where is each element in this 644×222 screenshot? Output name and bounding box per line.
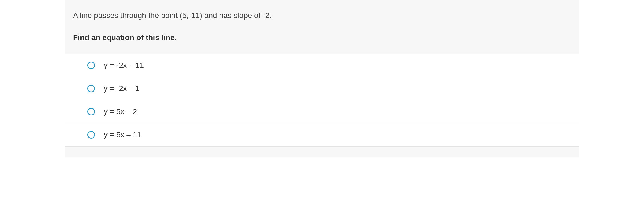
radio-icon[interactable] — [87, 85, 95, 92]
quiz-container: A line passes through the point (5,-11) … — [0, 0, 644, 157]
question-text: A line passes through the point (5,-11) … — [73, 10, 571, 21]
option-label: y = -2x – 11 — [104, 61, 144, 70]
option-label: y = 5x – 2 — [104, 107, 137, 116]
option-label: y = 5x – 11 — [104, 130, 141, 139]
option-row-2[interactable]: y = -2x – 1 — [65, 77, 579, 100]
question-prompt: Find an equation of this line. — [73, 32, 571, 43]
option-label: y = -2x – 1 — [104, 84, 140, 93]
radio-icon[interactable] — [87, 131, 95, 139]
options-list: y = -2x – 11 y = -2x – 1 y = 5x – 2 y = … — [65, 54, 579, 147]
footer-bar — [65, 147, 579, 157]
option-row-3[interactable]: y = 5x – 2 — [65, 100, 579, 123]
radio-icon[interactable] — [87, 62, 95, 69]
option-row-1[interactable]: y = -2x – 11 — [65, 54, 579, 77]
option-row-4[interactable]: y = 5x – 11 — [65, 123, 579, 147]
question-header: A line passes through the point (5,-11) … — [65, 0, 579, 54]
radio-icon[interactable] — [87, 108, 95, 115]
